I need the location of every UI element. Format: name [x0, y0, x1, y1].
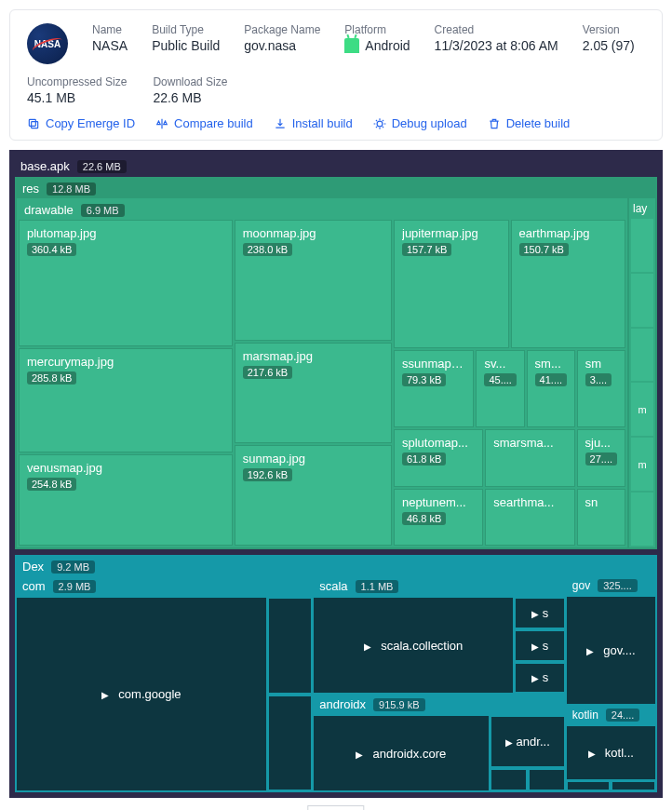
- field-package-name: Package Name gov.nasa: [244, 23, 320, 53]
- dex-s[interactable]: s: [515, 598, 565, 628]
- field-platform: Platform Android: [344, 23, 410, 53]
- debug-upload-button[interactable]: Debug upload: [373, 116, 467, 130]
- treemap-cell-jupitermap[interactable]: jupitermap.jpg 157.7 kB: [394, 220, 509, 348]
- treemap-cell-plutomap[interactable]: plutomap.jpg 360.4 kB: [19, 220, 233, 346]
- lay-item[interactable]: [631, 219, 653, 272]
- dex-block[interactable]: Dex 9.2 MB com 2.9 MB com.google: [15, 555, 657, 792]
- label: Name: [92, 23, 128, 36]
- field-download-size: Download Size 22.6 MB: [153, 75, 227, 105]
- label: Build Type: [152, 23, 220, 36]
- drawable-block[interactable]: drawable 6.9 MB plutomap.jpg 360.4 kB me…: [17, 198, 627, 547]
- treemap-cell-sn[interactable]: sn: [577, 489, 625, 546]
- value: Public Build: [152, 38, 220, 53]
- root-size: 22.6 MB: [77, 160, 127, 173]
- treemap-cell-ssunmap[interactable]: ssunmap.jpg 79.3 kB: [394, 350, 474, 427]
- root-name: base.apk: [20, 159, 70, 173]
- dex-small[interactable]: [268, 598, 312, 694]
- treemap-cell-splutomap[interactable]: splutomap... 61.8 kB: [394, 429, 483, 486]
- dex-kotlin-child[interactable]: kotl...: [567, 726, 655, 779]
- lay-item[interactable]: [631, 329, 653, 382]
- dex-com-google[interactable]: com.google: [17, 598, 266, 790]
- res-block[interactable]: res 12.8 MB drawable 6.9 MB plutomap.jpg…: [15, 177, 657, 549]
- treemap-root-header[interactable]: base.apk 22.6 MB: [15, 155, 657, 177]
- treemap-cell-smarsmap[interactable]: smarsma...: [485, 429, 574, 486]
- dex-small[interactable]: [567, 781, 611, 790]
- app-logo: NASA: [27, 23, 68, 64]
- treemap-cell-sm2[interactable]: sm 3....: [577, 350, 625, 427]
- play-icon: [364, 639, 375, 653]
- lay-item[interactable]: [631, 493, 653, 546]
- value: NASA: [92, 38, 128, 53]
- dex-androidx[interactable]: androidx 915.9 kB androidx.core andr...: [314, 695, 565, 790]
- field-created: Created 11/3/2023 at 8:06 AM: [435, 23, 558, 53]
- bug-icon: [373, 117, 386, 130]
- treemap-cell-neptunemap[interactable]: neptunem... 46.8 kB: [394, 489, 483, 546]
- value: Android: [344, 38, 410, 53]
- dex-androidx-core[interactable]: androidx.core: [314, 716, 488, 790]
- breadcrumb[interactable]: NASA: [307, 805, 364, 810]
- scale-icon: [155, 117, 168, 130]
- dex-scala[interactable]: scala 1.1 MB scala.collection s s s: [314, 576, 565, 693]
- svg-rect-0: [32, 121, 38, 128]
- compare-build-button[interactable]: Compare build: [155, 116, 253, 130]
- label: Uncompressed Size: [27, 75, 127, 88]
- value: 2.05 (97): [583, 38, 635, 53]
- treemap-cell-sju[interactable]: sju... 27....: [577, 429, 625, 486]
- treemap-cell-searthmap[interactable]: searthma...: [485, 489, 574, 546]
- dex-small[interactable]: [529, 769, 565, 790]
- dex-small[interactable]: [491, 769, 527, 790]
- treemap-cell-venusmap[interactable]: venusmap.jpg 254.8 kB: [19, 454, 233, 546]
- treemap-cell-moonmap[interactable]: moonmap.jpg 238.0 kB: [235, 220, 392, 341]
- field-name: Name NASA: [92, 23, 128, 53]
- android-icon: [344, 38, 359, 53]
- copy-emerge-id-button[interactable]: Copy Emerge ID: [27, 116, 135, 130]
- dex-gov[interactable]: gov 325.... gov....: [567, 576, 655, 704]
- treemap-cell-earthmap[interactable]: earthmap.jpg 150.7 kB: [511, 220, 626, 348]
- res-header[interactable]: res 12.8 MB: [17, 179, 655, 198]
- treemap-container: base.apk 22.6 MB res 12.8 MB drawable 6.…: [9, 150, 663, 798]
- drawable-header[interactable]: drawable 6.9 MB: [19, 200, 625, 220]
- treemap-cell-sm1[interactable]: sm... 41....: [527, 350, 575, 427]
- lay-item[interactable]: [631, 274, 653, 327]
- lay-item[interactable]: m: [631, 438, 653, 491]
- treemap-cell-mercurymap[interactable]: mercurymap.jpg 285.8 kB: [19, 348, 233, 452]
- play-icon: [356, 747, 367, 761]
- dex-s[interactable]: s: [515, 663, 565, 694]
- label: Package Name: [244, 23, 320, 36]
- treemap-cell-marsmap[interactable]: marsmap.jpg 217.6 kB: [235, 343, 392, 443]
- dex-kotlin[interactable]: kotlin 24.... kotl...: [567, 706, 655, 790]
- label: Download Size: [153, 75, 227, 88]
- field-build-type: Build Type Public Build: [152, 23, 220, 53]
- value: gov.nasa: [244, 38, 320, 53]
- field-uncompressed-size: Uncompressed Size 45.1 MB: [27, 75, 127, 105]
- label: Created: [435, 23, 558, 36]
- dex-com[interactable]: com 2.9 MB com.google: [17, 576, 312, 790]
- treemap-cell-sunmap[interactable]: sunmap.jpg 192.6 kB: [235, 445, 392, 546]
- build-info-card: NASA Name NASA Build Type Public Build P…: [9, 9, 663, 141]
- treemap-cell-sv[interactable]: sv... 45....: [476, 350, 524, 427]
- value: 22.6 MB: [153, 90, 227, 105]
- dex-andr[interactable]: andr...: [491, 716, 565, 767]
- dex-s[interactable]: s: [515, 630, 565, 661]
- dex-small[interactable]: [612, 781, 655, 790]
- download-icon: [274, 117, 287, 130]
- label: Version: [583, 23, 635, 36]
- value: 45.1 MB: [27, 90, 127, 105]
- value: 11/3/2023 at 8:06 AM: [435, 38, 558, 53]
- svg-point-2: [377, 121, 383, 127]
- dex-gov-child[interactable]: gov....: [567, 597, 655, 704]
- layout-block[interactable]: lay m m: [629, 198, 655, 547]
- dex-header[interactable]: Dex 9.2 MB: [17, 557, 655, 576]
- dex-small[interactable]: [268, 695, 312, 791]
- trash-icon: [488, 117, 501, 130]
- svg-rect-1: [29, 119, 35, 126]
- field-version: Version 2.05 (97): [583, 23, 635, 53]
- dex-scala-collection[interactable]: scala.collection: [314, 598, 513, 693]
- copy-icon: [27, 117, 40, 130]
- install-build-button[interactable]: Install build: [274, 116, 353, 130]
- lay-item[interactable]: m: [631, 383, 653, 436]
- play-icon: [101, 687, 113, 701]
- delete-build-button[interactable]: Delete build: [488, 116, 571, 130]
